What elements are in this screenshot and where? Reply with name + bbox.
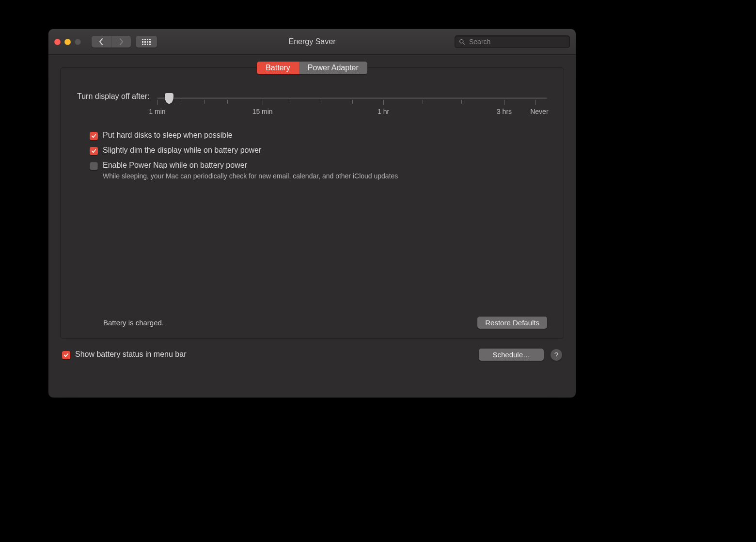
display-off-slider[interactable]: 1 min 15 min 1 hr 3 hrs Never [157,92,547,118]
close-button[interactable] [54,39,61,45]
slider-tick-15min: 15 min [252,108,273,115]
slider-track [157,97,547,99]
checkbox-show-battery-status[interactable] [62,351,70,359]
battery-status: Battery is charged. [103,319,164,327]
label-power-nap: Enable Power Nap while on battery power [103,161,398,170]
back-button[interactable] [92,36,111,48]
display-off-row: Turn display off after: [77,92,547,118]
check-icon [91,133,96,139]
help-icon: ? [554,351,558,359]
check-icon [91,148,96,154]
chevron-right-icon [119,38,124,45]
tab-segmented-control: Battery Power Adapter [257,62,367,74]
help-button[interactable]: ? [551,349,562,361]
schedule-button[interactable]: Schedule… [479,349,544,361]
slider-tick-1hr: 1 hr [378,108,389,115]
grid-icon [142,39,151,45]
check-icon [63,352,69,358]
search-input[interactable] [468,37,566,46]
option-hard-disks: Put hard disks to sleep when possible [90,131,547,140]
restore-defaults-button[interactable]: Restore Defaults [477,317,547,329]
options-list: Put hard disks to sleep when possible Sl… [90,131,547,180]
label-show-battery-status: Show battery status in menu bar [75,350,186,359]
tab-battery[interactable]: Battery [257,62,299,74]
slider-thumb[interactable] [165,93,173,104]
slider-tick-never: Never [530,108,548,115]
minimize-button[interactable] [64,39,71,45]
forward-button[interactable] [111,36,131,48]
tab-power-adapter[interactable]: Power Adapter [299,62,367,74]
zoom-button-disabled [75,39,81,45]
svg-line-1 [463,43,464,44]
preferences-window: Energy Saver Battery Power Adapter Turn … [48,29,576,398]
display-off-label: Turn display off after: [77,92,149,101]
checkbox-power-nap[interactable] [90,162,98,170]
slider-tick-3hrs: 3 hrs [497,108,512,115]
search-field[interactable] [455,35,570,48]
status-row: Battery is charged. Restore Defaults [103,317,547,329]
traffic-lights [54,39,81,45]
toolbar: Energy Saver [48,29,576,55]
label-dim-display: Slightly dim the display while on batter… [103,146,261,155]
chevron-left-icon [99,38,104,45]
nav-buttons [92,36,131,48]
checkbox-dim-display[interactable] [90,147,98,155]
search-icon [459,39,465,45]
checkbox-hard-disks[interactable] [90,132,98,140]
desc-power-nap: While sleeping, your Mac can periodicall… [103,172,398,180]
slider-tick-1min: 1 min [149,108,165,115]
body: Battery Power Adapter Turn display off a… [48,55,576,398]
settings-panel: Turn display off after: [60,67,564,339]
option-dim-display: Slightly dim the display while on batter… [90,146,547,155]
label-hard-disks: Put hard disks to sleep when possible [103,131,233,140]
show-all-button[interactable] [136,36,157,48]
footer: Show battery status in menu bar Schedule… [60,349,564,361]
option-show-battery-status: Show battery status in menu bar [62,350,186,359]
option-power-nap: Enable Power Nap while on battery power … [90,161,547,180]
